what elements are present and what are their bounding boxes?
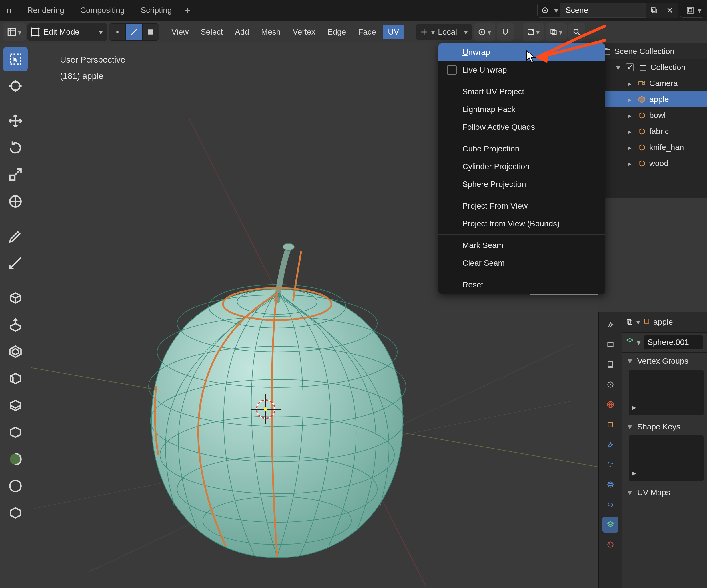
mesh-menu[interactable]: Mesh [256, 27, 286, 37]
edge-menu[interactable]: Edge [322, 27, 351, 37]
knife-tool[interactable] [3, 420, 28, 445]
spin-tool[interactable] [3, 474, 28, 498]
add-cube-tool[interactable] [3, 286, 28, 310]
shape-keys-panel-header[interactable]: ▼Shape Keys [622, 418, 707, 436]
face-menu[interactable]: Face [353, 27, 381, 37]
edge-select-button[interactable] [126, 24, 142, 41]
uv-menu-project-view[interactable]: Project From View [438, 197, 605, 215]
view-menu[interactable]: View [166, 27, 194, 37]
snap-button[interactable] [497, 24, 513, 41]
props-tab-world[interactable] [602, 396, 618, 413]
overlay-button[interactable]: ▾ [545, 24, 567, 41]
transform-tool[interactable] [3, 189, 28, 214]
select-box-tool[interactable] [3, 47, 28, 71]
outliner-item-wood[interactable]: ▸ wood [599, 155, 707, 171]
bevel-tool[interactable] [3, 366, 28, 391]
vertex-groups-list[interactable]: ▸ [629, 370, 704, 415]
props-tab-modifier[interactable] [602, 437, 618, 453]
props-header: ▾ apple [622, 312, 707, 333]
collection-visibility-checkbox[interactable] [626, 63, 634, 71]
outliner-scene-collection[interactable]: Scene Collection [599, 43, 707, 60]
scene-selector[interactable]: ▾ Scene ✕ [537, 3, 678, 18]
workspace-tab-compositing[interactable]: Compositing [72, 3, 133, 18]
search-button[interactable] [568, 24, 585, 41]
transform-orientation-dropdown[interactable]: ▾ Local ▾ [416, 24, 472, 40]
vertex-groups-panel-header[interactable]: ▼Vertex Groups [622, 353, 707, 370]
uv-menu-lightmap[interactable]: Lightmap Pack [438, 101, 605, 118]
uv-maps-panel-header[interactable]: ▼UV Maps [622, 484, 707, 501]
props-tab-scene[interactable] [602, 377, 618, 392]
extrude-tool[interactable] [3, 313, 28, 337]
uv-menu-follow-quads[interactable]: Follow Active Quads [438, 118, 605, 136]
props-tab-object[interactable] [602, 417, 618, 433]
uv-menu-sphere-proj[interactable]: Sphere Projection [438, 175, 605, 193]
props-tab-physics[interactable] [602, 477, 618, 492]
face-select-button[interactable] [142, 24, 159, 41]
outliner-item-knife[interactable]: ▸ knife_han [599, 139, 707, 155]
outliner-collection[interactable]: ▾ Collection [599, 60, 707, 75]
viewport-info: User Perspective (181) apple [60, 51, 125, 84]
props-tab-particles[interactable] [602, 457, 618, 473]
vertex-menu[interactable]: Vertex [288, 27, 321, 37]
select-menu[interactable]: Select [196, 27, 228, 37]
smooth-tool[interactable] [3, 500, 28, 525]
uv-menu-cube-proj[interactable]: Cube Projection [438, 140, 605, 158]
outliner-item-apple[interactable]: ▸ apple [599, 92, 707, 107]
editor-type-button[interactable]: ▾ [3, 24, 26, 41]
svg-rect-49 [640, 65, 646, 70]
svg-rect-2 [651, 8, 655, 11]
outliner-item-fabric[interactable]: ▸ fabric [599, 124, 707, 139]
uv-menu-clear-seam[interactable]: Clear Seam [438, 254, 605, 272]
annotate-tool[interactable] [3, 224, 28, 249]
add-menu[interactable]: Add [230, 27, 254, 37]
uv-menu-reset[interactable]: Reset [438, 276, 605, 294]
pin-icon[interactable] [626, 318, 633, 326]
svg-rect-55 [608, 422, 613, 427]
mesh-data-name-field[interactable]: Sphere.001 [644, 336, 703, 349]
disclosure-triangle-icon[interactable]: ▾ [616, 63, 623, 72]
outliner-item-camera[interactable]: ▸ Camera [599, 75, 707, 92]
loopcut-tool[interactable] [3, 393, 28, 418]
disclosure-triangle-icon[interactable]: ▸ [628, 95, 634, 104]
props-tab-material[interactable] [602, 537, 618, 553]
svg-point-22 [11, 82, 20, 90]
workspace-tab-rendering[interactable]: Rendering [20, 3, 72, 18]
props-tab-constraints[interactable] [602, 496, 618, 513]
outliner-item-bowl[interactable]: ▸ bowl [599, 107, 707, 124]
shape-keys-list[interactable]: ▸ [629, 436, 704, 481]
pivot-button[interactable]: ▾ [474, 24, 495, 41]
vertex-select-button[interactable] [109, 24, 126, 41]
props-tab-output[interactable] [602, 356, 618, 373]
props-tab-data[interactable] [602, 517, 618, 532]
workspace-tab[interactable]: n [6, 3, 20, 18]
polybuild-tool[interactable] [3, 447, 28, 472]
cursor-tool[interactable] [3, 74, 28, 98]
mode-dropdown[interactable]: Edit Mode ▾ [27, 24, 107, 41]
uv-menu-mark-seam[interactable]: Mark Seam [438, 237, 605, 254]
uv-menu-cylinder-proj[interactable]: Cylinder Projection [438, 158, 605, 175]
mode-label: Edit Mode [43, 27, 79, 37]
orientation-label: Local [438, 27, 457, 37]
svg-rect-51 [608, 362, 613, 366]
uv-menu-project-bounds[interactable]: Project from View (Bounds) [438, 215, 605, 233]
workspace-tab-scripting[interactable]: Scripting [133, 3, 180, 18]
new-scene-button[interactable] [646, 3, 662, 18]
delete-scene-button[interactable]: ✕ [662, 3, 678, 18]
proportional-edit-button[interactable]: ▾ [523, 24, 544, 41]
scene-icon [538, 6, 552, 14]
uv-menu-live-unwrap[interactable]: Live Unwrap [438, 61, 605, 79]
props-tab-render[interactable] [602, 337, 618, 353]
add-workspace-button[interactable]: + [180, 3, 196, 18]
disclosure-triangle-icon[interactable]: ▸ [628, 79, 634, 88]
uv-menu-smart-uv[interactable]: Smart UV Project [438, 83, 605, 101]
uv-menu-button[interactable]: UV [383, 25, 404, 39]
uv-menu-unwrap[interactable]: Unwrap [438, 43, 605, 61]
measure-tool[interactable] [3, 251, 28, 275]
rotate-tool[interactable] [3, 135, 28, 160]
inset-tool[interactable] [3, 339, 28, 364]
props-tab-tool[interactable] [602, 317, 618, 333]
scene-name-field[interactable]: Scene [560, 3, 646, 17]
mesh-apple[interactable] [106, 238, 449, 581]
scale-tool[interactable] [3, 162, 28, 187]
move-tool[interactable] [3, 109, 28, 133]
